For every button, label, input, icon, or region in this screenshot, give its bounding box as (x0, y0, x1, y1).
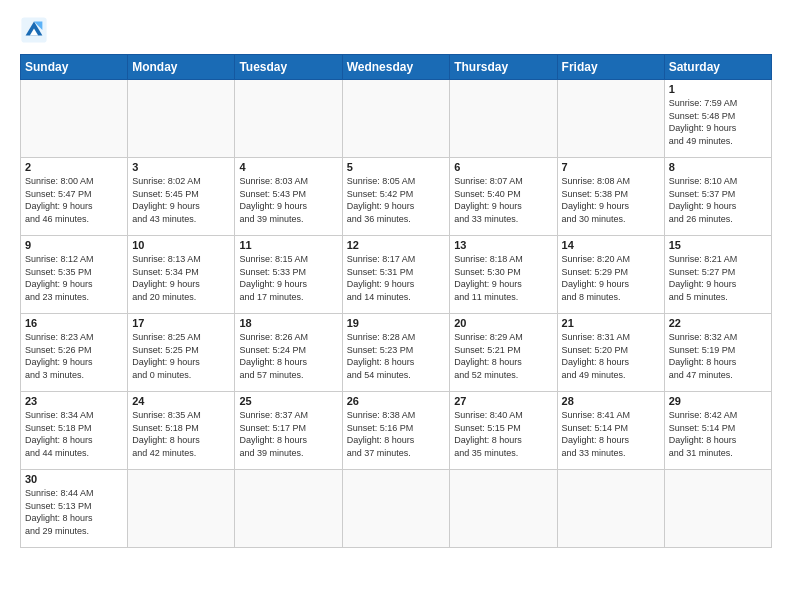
day-cell: 11Sunrise: 8:15 AM Sunset: 5:33 PM Dayli… (235, 236, 342, 314)
day-number: 1 (669, 83, 767, 95)
day-info: Sunrise: 7:59 AM Sunset: 5:48 PM Dayligh… (669, 97, 767, 147)
day-number: 10 (132, 239, 230, 251)
day-cell: 15Sunrise: 8:21 AM Sunset: 5:27 PM Dayli… (664, 236, 771, 314)
day-info: Sunrise: 8:40 AM Sunset: 5:15 PM Dayligh… (454, 409, 552, 459)
day-cell: 16Sunrise: 8:23 AM Sunset: 5:26 PM Dayli… (21, 314, 128, 392)
day-number: 9 (25, 239, 123, 251)
day-info: Sunrise: 8:44 AM Sunset: 5:13 PM Dayligh… (25, 487, 123, 537)
day-number: 19 (347, 317, 446, 329)
day-cell: 13Sunrise: 8:18 AM Sunset: 5:30 PM Dayli… (450, 236, 557, 314)
day-cell (342, 470, 450, 548)
weekday-header-wednesday: Wednesday (342, 55, 450, 80)
week-row-0: 1Sunrise: 7:59 AM Sunset: 5:48 PM Daylig… (21, 80, 772, 158)
day-info: Sunrise: 8:26 AM Sunset: 5:24 PM Dayligh… (239, 331, 337, 381)
weekday-header-monday: Monday (128, 55, 235, 80)
day-number: 2 (25, 161, 123, 173)
day-cell: 3Sunrise: 8:02 AM Sunset: 5:45 PM Daylig… (128, 158, 235, 236)
weekday-header-saturday: Saturday (664, 55, 771, 80)
day-cell: 24Sunrise: 8:35 AM Sunset: 5:18 PM Dayli… (128, 392, 235, 470)
day-number: 29 (669, 395, 767, 407)
day-number: 28 (562, 395, 660, 407)
day-info: Sunrise: 8:10 AM Sunset: 5:37 PM Dayligh… (669, 175, 767, 225)
day-info: Sunrise: 8:13 AM Sunset: 5:34 PM Dayligh… (132, 253, 230, 303)
day-cell (235, 80, 342, 158)
day-info: Sunrise: 8:15 AM Sunset: 5:33 PM Dayligh… (239, 253, 337, 303)
day-info: Sunrise: 8:34 AM Sunset: 5:18 PM Dayligh… (25, 409, 123, 459)
day-cell: 9Sunrise: 8:12 AM Sunset: 5:35 PM Daylig… (21, 236, 128, 314)
day-cell: 4Sunrise: 8:03 AM Sunset: 5:43 PM Daylig… (235, 158, 342, 236)
day-number: 23 (25, 395, 123, 407)
day-cell: 1Sunrise: 7:59 AM Sunset: 5:48 PM Daylig… (664, 80, 771, 158)
day-info: Sunrise: 8:21 AM Sunset: 5:27 PM Dayligh… (669, 253, 767, 303)
day-number: 24 (132, 395, 230, 407)
day-cell: 25Sunrise: 8:37 AM Sunset: 5:17 PM Dayli… (235, 392, 342, 470)
day-cell: 20Sunrise: 8:29 AM Sunset: 5:21 PM Dayli… (450, 314, 557, 392)
weekday-header-sunday: Sunday (21, 55, 128, 80)
week-row-3: 16Sunrise: 8:23 AM Sunset: 5:26 PM Dayli… (21, 314, 772, 392)
day-info: Sunrise: 8:25 AM Sunset: 5:25 PM Dayligh… (132, 331, 230, 381)
day-cell: 17Sunrise: 8:25 AM Sunset: 5:25 PM Dayli… (128, 314, 235, 392)
day-cell: 14Sunrise: 8:20 AM Sunset: 5:29 PM Dayli… (557, 236, 664, 314)
day-info: Sunrise: 8:12 AM Sunset: 5:35 PM Dayligh… (25, 253, 123, 303)
day-cell (450, 470, 557, 548)
weekday-header-tuesday: Tuesday (235, 55, 342, 80)
week-row-5: 30Sunrise: 8:44 AM Sunset: 5:13 PM Dayli… (21, 470, 772, 548)
day-cell: 5Sunrise: 8:05 AM Sunset: 5:42 PM Daylig… (342, 158, 450, 236)
day-info: Sunrise: 8:02 AM Sunset: 5:45 PM Dayligh… (132, 175, 230, 225)
weekday-header-row: SundayMondayTuesdayWednesdayThursdayFrid… (21, 55, 772, 80)
day-number: 21 (562, 317, 660, 329)
day-number: 14 (562, 239, 660, 251)
day-cell: 26Sunrise: 8:38 AM Sunset: 5:16 PM Dayli… (342, 392, 450, 470)
day-cell: 28Sunrise: 8:41 AM Sunset: 5:14 PM Dayli… (557, 392, 664, 470)
day-info: Sunrise: 8:20 AM Sunset: 5:29 PM Dayligh… (562, 253, 660, 303)
day-cell: 22Sunrise: 8:32 AM Sunset: 5:19 PM Dayli… (664, 314, 771, 392)
day-cell: 19Sunrise: 8:28 AM Sunset: 5:23 PM Dayli… (342, 314, 450, 392)
day-cell (450, 80, 557, 158)
day-number: 17 (132, 317, 230, 329)
day-cell: 2Sunrise: 8:00 AM Sunset: 5:47 PM Daylig… (21, 158, 128, 236)
day-cell: 23Sunrise: 8:34 AM Sunset: 5:18 PM Dayli… (21, 392, 128, 470)
day-number: 22 (669, 317, 767, 329)
day-info: Sunrise: 8:41 AM Sunset: 5:14 PM Dayligh… (562, 409, 660, 459)
day-number: 26 (347, 395, 446, 407)
logo (20, 16, 52, 44)
day-number: 16 (25, 317, 123, 329)
day-info: Sunrise: 8:05 AM Sunset: 5:42 PM Dayligh… (347, 175, 446, 225)
day-cell: 10Sunrise: 8:13 AM Sunset: 5:34 PM Dayli… (128, 236, 235, 314)
header (20, 16, 772, 44)
day-number: 20 (454, 317, 552, 329)
day-cell: 21Sunrise: 8:31 AM Sunset: 5:20 PM Dayli… (557, 314, 664, 392)
day-info: Sunrise: 8:17 AM Sunset: 5:31 PM Dayligh… (347, 253, 446, 303)
day-info: Sunrise: 8:38 AM Sunset: 5:16 PM Dayligh… (347, 409, 446, 459)
day-info: Sunrise: 8:00 AM Sunset: 5:47 PM Dayligh… (25, 175, 123, 225)
day-number: 4 (239, 161, 337, 173)
day-number: 18 (239, 317, 337, 329)
calendar: SundayMondayTuesdayWednesdayThursdayFrid… (20, 54, 772, 548)
day-number: 5 (347, 161, 446, 173)
day-info: Sunrise: 8:31 AM Sunset: 5:20 PM Dayligh… (562, 331, 660, 381)
day-number: 12 (347, 239, 446, 251)
day-number: 27 (454, 395, 552, 407)
day-number: 13 (454, 239, 552, 251)
day-number: 25 (239, 395, 337, 407)
day-info: Sunrise: 8:07 AM Sunset: 5:40 PM Dayligh… (454, 175, 552, 225)
logo-icon (20, 16, 48, 44)
weekday-header-thursday: Thursday (450, 55, 557, 80)
day-info: Sunrise: 8:42 AM Sunset: 5:14 PM Dayligh… (669, 409, 767, 459)
day-number: 30 (25, 473, 123, 485)
day-info: Sunrise: 8:28 AM Sunset: 5:23 PM Dayligh… (347, 331, 446, 381)
day-cell: 29Sunrise: 8:42 AM Sunset: 5:14 PM Dayli… (664, 392, 771, 470)
day-cell: 18Sunrise: 8:26 AM Sunset: 5:24 PM Dayli… (235, 314, 342, 392)
day-cell: 12Sunrise: 8:17 AM Sunset: 5:31 PM Dayli… (342, 236, 450, 314)
day-number: 7 (562, 161, 660, 173)
day-info: Sunrise: 8:29 AM Sunset: 5:21 PM Dayligh… (454, 331, 552, 381)
day-cell: 6Sunrise: 8:07 AM Sunset: 5:40 PM Daylig… (450, 158, 557, 236)
weekday-header-friday: Friday (557, 55, 664, 80)
day-number: 8 (669, 161, 767, 173)
day-cell (21, 80, 128, 158)
day-number: 11 (239, 239, 337, 251)
day-cell (128, 470, 235, 548)
day-cell: 27Sunrise: 8:40 AM Sunset: 5:15 PM Dayli… (450, 392, 557, 470)
day-info: Sunrise: 8:18 AM Sunset: 5:30 PM Dayligh… (454, 253, 552, 303)
day-info: Sunrise: 8:32 AM Sunset: 5:19 PM Dayligh… (669, 331, 767, 381)
